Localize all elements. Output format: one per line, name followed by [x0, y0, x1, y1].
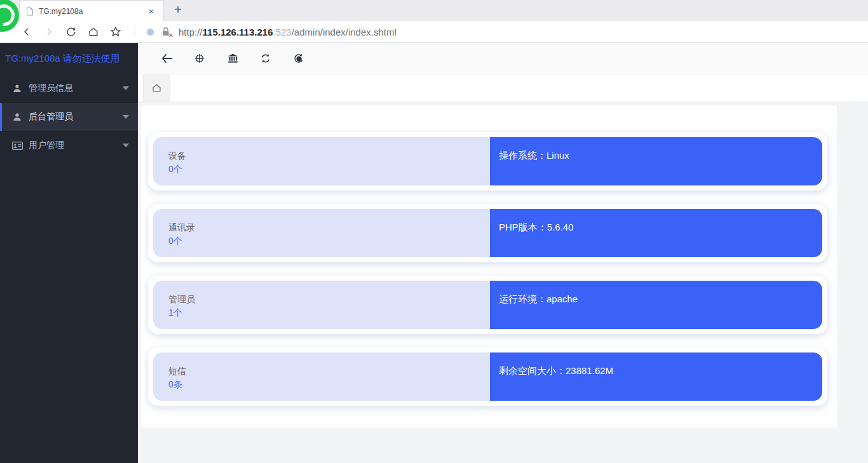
- stat-card-devices: 设备 0个 操作系统：Linux: [148, 132, 827, 191]
- browser-favorites-button[interactable]: [104, 22, 126, 41]
- user-icon: [11, 112, 23, 121]
- url-path: /admin/index/index.shtml: [292, 27, 397, 37]
- star-icon: [110, 26, 121, 37]
- new-tab-button[interactable]: +: [166, 0, 189, 21]
- page-tab-strip: [138, 74, 868, 102]
- sidebar-item-user-management[interactable]: 用户管理: [0, 131, 138, 159]
- stat-left-panel: 管理员 1个: [153, 281, 490, 329]
- tab-title: TG:my2108a: [39, 7, 146, 16]
- content-area: 设备 0个 操作系统：Linux 通讯录 0个 PHP版本: [138, 102, 868, 463]
- stat-title: 设备: [168, 149, 490, 162]
- sidebar: TG:my2108a 请勿违法使用 管理员信息 后台管理员: [0, 43, 138, 463]
- url-host: 115.126.113.216: [203, 27, 273, 37]
- stat-info-panel: 运行环境：apache: [490, 281, 822, 329]
- stat-title: 通讯录: [168, 221, 490, 234]
- main-area: 设备 0个 操作系统：Linux 通讯录 0个 PHP版本: [138, 43, 868, 463]
- toolbar-sync-button[interactable]: [282, 47, 315, 70]
- browser-forward-button[interactable]: [37, 22, 60, 41]
- stat-count[interactable]: 0个: [168, 234, 490, 247]
- id-card-icon: [11, 142, 23, 150]
- stat-title: 短信: [168, 365, 490, 377]
- user-icon: [11, 84, 23, 93]
- chevron-down-icon: [123, 86, 129, 90]
- stat-info: 操作系统：Linux: [499, 150, 569, 161]
- reload-icon: [65, 26, 77, 37]
- home-icon: [88, 26, 99, 37]
- stat-info-panel: PHP版本：5.6.40: [490, 209, 822, 257]
- browser-tab[interactable]: TG:my2108a ×: [19, 0, 164, 22]
- toolbar-refresh-button[interactable]: [249, 47, 282, 70]
- url-port: :523: [273, 27, 292, 37]
- stat-info: PHP版本：5.6.40: [499, 222, 574, 232]
- sidebar-item-backend-admin[interactable]: 后台管理员: [0, 102, 138, 131]
- globe-crosshair-icon: [194, 53, 205, 64]
- stat-info-panel: 操作系统：Linux: [490, 137, 822, 185]
- toolbar-back-button[interactable]: [150, 47, 183, 70]
- stat-count[interactable]: 0条: [168, 378, 490, 391]
- browser-home-button[interactable]: [82, 22, 104, 41]
- stat-card-sms: 短信 0条 剩余空间大小：23881.62M: [148, 347, 827, 406]
- stat-info-panel: 剩余空间大小：23881.62M: [490, 352, 822, 401]
- stat-count[interactable]: 0个: [168, 163, 490, 175]
- home-tab[interactable]: [143, 74, 170, 102]
- sidebar-item-admin-info[interactable]: 管理员信息: [0, 74, 138, 102]
- bank-icon: [227, 53, 238, 64]
- sidebar-item-label: 用户管理: [29, 140, 64, 151]
- admin-toolbar: [138, 43, 868, 74]
- content-panel: 设备 0个 操作系统：Linux 通讯录 0个 PHP版本: [141, 105, 837, 427]
- browser-tab-bar: TG:my2108a × +: [0, 0, 868, 21]
- sidebar-brand: TG:my2108a 请勿违法使用: [0, 43, 138, 74]
- nav-divider: [135, 25, 135, 38]
- toolbar-locate-button[interactable]: [183, 47, 216, 70]
- chevron-left-icon: [22, 27, 32, 37]
- sidebar-item-label: 管理员信息: [29, 83, 73, 94]
- refresh-icon: [261, 53, 271, 64]
- address-bar[interactable]: http://115.126.113.216:523/admin/index/i…: [179, 27, 397, 37]
- chevron-right-icon: [44, 27, 54, 37]
- browser-nav-bar: ✕ http://115.126.113.216:523/admin/index…: [0, 21, 868, 43]
- sidebar-menu: 管理员信息 后台管理员: [0, 74, 138, 159]
- site-circle-icon[interactable]: [146, 28, 154, 36]
- chevron-down-icon: [123, 144, 129, 147]
- browser-back-button[interactable]: [15, 22, 37, 41]
- stat-info: 剩余空间大小：23881.62M: [499, 365, 613, 376]
- insecure-lock-icon[interactable]: ✕: [161, 27, 171, 37]
- toolbar-bank-button[interactable]: [216, 47, 249, 70]
- sidebar-item-label: 后台管理员: [29, 111, 73, 123]
- security-error-mark: ✕: [168, 32, 173, 39]
- stat-card-contacts: 通讯录 0个 PHP版本：5.6.40: [148, 204, 827, 262]
- arrow-left-icon: [161, 54, 172, 63]
- admin-app: TG:my2108a 请勿违法使用 管理员信息 后台管理员: [0, 43, 868, 463]
- stat-card-admins: 管理员 1个 运行环境：apache: [148, 276, 827, 334]
- url-protocol: http://: [179, 27, 203, 37]
- page-icon: [26, 7, 34, 16]
- home-icon: [151, 83, 162, 93]
- globe-sync-icon: [294, 53, 304, 64]
- stat-info: 运行环境：apache: [499, 293, 578, 304]
- tab-close-icon[interactable]: ×: [146, 6, 157, 17]
- stat-left-panel: 短信 0条: [153, 352, 490, 401]
- stat-left-panel: 通讯录 0个: [153, 209, 490, 257]
- screen: TG:my2108a × +: [0, 0, 868, 463]
- stat-count[interactable]: 1个: [168, 306, 490, 319]
- stat-title: 管理员: [168, 293, 490, 305]
- chevron-down-icon: [123, 115, 129, 119]
- browser-reload-button[interactable]: [60, 22, 82, 41]
- stat-left-panel: 设备 0个: [153, 137, 490, 185]
